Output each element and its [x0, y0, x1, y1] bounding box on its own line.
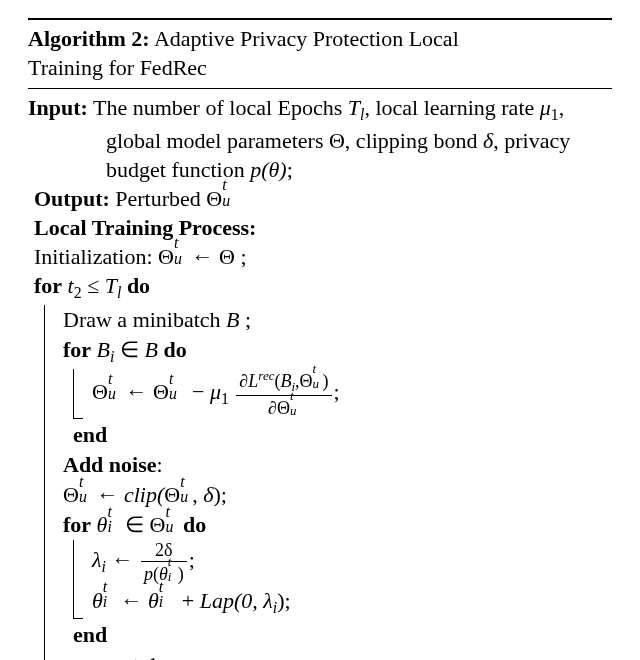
outer-for-head: for t2 ≤ Tl do: [34, 271, 612, 304]
sym-Tl-sub-2: l: [117, 284, 121, 301]
inner-for-B-end: end: [73, 420, 612, 449]
local-training-label: Local Training Process:: [34, 215, 256, 240]
input-text-1b: , local learning: [364, 95, 495, 120]
gu-theta1: Θ: [92, 379, 108, 404]
line-init: Initialization: Θtu ← Θ ;: [28, 242, 612, 271]
kw-end-theta: end: [73, 622, 107, 647]
gu-arrow: ←: [125, 379, 147, 404]
sym-B2: B: [144, 337, 157, 362]
outer-for-body: Draw a minibatch B ; for Bi ∈ B do Θtu ←…: [44, 305, 612, 660]
inner-for-B-head: for Bi ∈ B do: [63, 335, 612, 368]
input-block: Input: The number of local Epochs Tl, lo…: [28, 93, 612, 184]
kw-for-outer: for: [34, 273, 62, 298]
outer-for: for t2 ≤ Tl do Draw a minibatch B ; for …: [34, 271, 612, 660]
section-local-training: Local Training Process:: [28, 213, 612, 242]
tn-arrow: ←: [120, 588, 142, 613]
sym-thetai-ss: ti: [107, 510, 119, 532]
sym-Theta-out: Θ: [206, 186, 222, 211]
lambda-arrow: ←: [111, 548, 133, 573]
tn-lap: Lap(0, λ: [200, 588, 273, 613]
line-clip: Θtu ← clip(Θtu, δ);: [63, 480, 612, 509]
gu-theta1-ss: tu: [108, 377, 120, 399]
sym-Theta-init-subsup: tu: [174, 242, 186, 264]
inc-tail: + 1;: [124, 652, 165, 660]
gu-tail: ;: [334, 379, 340, 404]
gu-theta2-ss: tu: [169, 377, 181, 399]
init-tail: ← Θ ;: [186, 244, 247, 269]
inc-arrow: ←: [83, 652, 105, 660]
draw-text: Draw a minibatch: [63, 307, 226, 332]
clip-theta1: Θ: [63, 482, 79, 507]
sym-p-theta: p(θ): [250, 157, 286, 182]
tn-theta2-ss: ti: [159, 586, 171, 608]
lambda-sub: i: [102, 559, 106, 576]
sym-Theta-out-subsup: tu: [222, 184, 234, 206]
clip-delta: δ: [203, 482, 213, 507]
gu-mu: μ: [210, 379, 221, 404]
line-theta-noise: θti ← θti + Lap(0, λi);: [92, 586, 612, 619]
kw-do-theta: do: [183, 512, 206, 537]
gu-frac: ∂Lrec(Bi,Θtu) ∂Θtu: [236, 369, 331, 419]
outer-for-rel: ≤: [82, 273, 105, 298]
tn-theta1-ss: ti: [103, 586, 115, 608]
inner-for-theta-head: for θti ∈ Θtu do: [63, 510, 612, 539]
inc-t2b: t: [110, 652, 116, 660]
line-lambda: λi ← 2δ p(θti) ;: [92, 540, 612, 585]
input-text-2a: rate: [501, 95, 539, 120]
lambda-tail: ;: [189, 548, 195, 573]
kw-for-B: for: [63, 337, 91, 362]
sym-t2-sub: 2: [74, 284, 82, 301]
input-text-3a: bond: [433, 128, 483, 153]
line-increment: t2 ← t2 + 1;: [63, 650, 612, 660]
rule-top: [28, 18, 612, 20]
sym-thetai: θ: [97, 512, 108, 537]
sym-mu1: μ: [540, 95, 551, 120]
add-noise-label: Add noise: [63, 452, 157, 477]
algorithm-title: Algorithm 2: Adaptive Privacy Protection…: [28, 24, 612, 85]
input-label: Input:: [28, 95, 88, 120]
draw-tail: ;: [240, 307, 252, 332]
clip-tail: );: [214, 482, 227, 507]
clip-theta2-ss: tu: [180, 480, 192, 502]
section-add-noise: Add noise:: [63, 450, 612, 479]
sym-Tl-2: T: [105, 273, 117, 298]
tn-theta2: θ: [148, 588, 159, 613]
inner-for-B: for Bi ∈ B do Θtu ← Θtu − μ1 ∂Lrec(Bi,Θt…: [63, 335, 612, 449]
inner-for-B-body: Θtu ← Θtu − μ1 ∂Lrec(Bi,Θtu) ∂Θtu ;: [73, 369, 612, 419]
theta-in-Theta: Θ: [150, 512, 166, 537]
kw-for-theta: for: [63, 512, 91, 537]
gu-theta2: Θ: [153, 379, 169, 404]
algorithm-title-line2: Training for FedRec: [28, 55, 207, 80]
theta-in-rel: ∈: [120, 512, 150, 537]
kw-do-B: do: [163, 337, 186, 362]
output-text: Perturbed: [110, 186, 207, 211]
sym-delta: δ: [483, 128, 493, 153]
clip-fn: clip(: [124, 482, 164, 507]
kw-do-outer: do: [127, 273, 150, 298]
clip-theta1-ss: tu: [79, 480, 91, 502]
inner-for-theta-body: λi ← 2δ p(θti) ; θti ← θti + Lap(0, λi);: [73, 540, 612, 619]
lambda-sym: λ: [92, 548, 102, 573]
sym-B: B: [226, 307, 239, 332]
algorithm-title-line1: Adaptive Privacy Protection Local: [154, 26, 459, 51]
theta-in-Theta-ss: tu: [165, 510, 177, 532]
algorithm-label: Algorithm 2:: [28, 26, 150, 51]
inner-for-theta: for θti ∈ Θtu do λi ← 2δ p(θti) ; θti: [63, 510, 612, 649]
kw-end-B: end: [73, 422, 107, 447]
output-block: Output: Perturbed Θtu: [28, 184, 612, 213]
init-text: Initialization:: [34, 244, 158, 269]
algorithm-block: Algorithm 2: Adaptive Privacy Protection…: [0, 0, 640, 660]
sym-Bi: B: [97, 337, 110, 362]
output-label: Output:: [34, 186, 110, 211]
inc-t2: t: [63, 652, 69, 660]
sym-Theta-init: Θ: [158, 244, 174, 269]
sym-mu1-sub: 1: [551, 106, 559, 123]
gu-mu-sub: 1: [221, 390, 229, 407]
line-draw: Draw a minibatch B ;: [63, 305, 612, 334]
inner-for-theta-end: end: [73, 620, 612, 649]
rule-mid: [28, 88, 612, 89]
tn-tail: );: [277, 588, 290, 613]
in-rel: ∈: [114, 337, 144, 362]
line-grad-update: Θtu ← Θtu − μ1 ∂Lrec(Bi,Θtu) ∂Θtu ;: [92, 369, 612, 419]
input-text-1a: The number of local Epochs: [93, 95, 348, 120]
